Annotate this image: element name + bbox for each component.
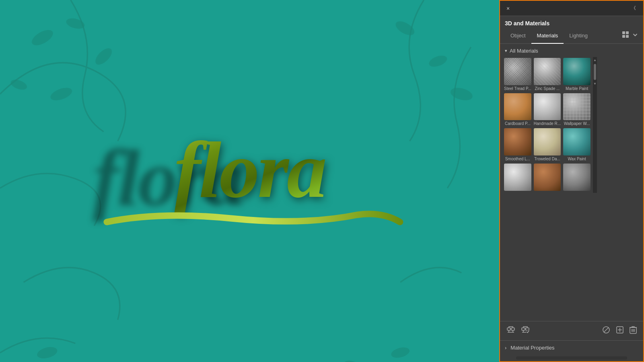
material-label-marble-paint: Marble Paint (563, 86, 591, 91)
svg-rect-16 (622, 35, 625, 38)
svg-rect-18 (507, 328, 510, 330)
panel-header: × 《 (500, 1, 643, 16)
material-item-troweled[interactable]: Troweled Da... (533, 127, 562, 162)
canvas-area: flora flora (0, 0, 499, 362)
panel-title: 3D and Materials (500, 16, 643, 29)
flora-underline (89, 208, 411, 236)
material-thumb-wallpaper (563, 93, 591, 121)
apply-material-button[interactable] (519, 325, 531, 337)
material-item-s10[interactable] (503, 163, 532, 193)
material-thumb-s10 (504, 164, 531, 191)
material-item-marble-paint[interactable]: Marble Paint (562, 57, 591, 92)
material-label-handmade: Handmade R... (534, 121, 561, 126)
material-thumb-handmade (534, 93, 561, 121)
add-material-button[interactable] (614, 325, 625, 337)
section-chevron: ▾ (505, 48, 507, 53)
material-thumb-troweled (534, 128, 561, 155)
material-item-s11[interactable] (533, 163, 562, 193)
material-label-wax: Wax Paint (563, 157, 591, 161)
svg-line-24 (604, 327, 609, 332)
material-item-smoothed[interactable]: Smoothed L... (503, 127, 532, 162)
material-properties-chevron: › (505, 345, 506, 351)
tab-object[interactable]: Object (505, 31, 531, 40)
3d-materials-panel: × 《 3D and Materials Object Materials Li… (499, 0, 644, 362)
panel-close-button[interactable]: × (505, 4, 511, 12)
material-item-steel-tread[interactable]: Steel Tread P... (503, 57, 532, 92)
dropdown-icon[interactable] (632, 31, 638, 40)
tab-materials[interactable]: Materials (531, 31, 564, 40)
material-label-troweled: Troweled Da... (534, 157, 561, 161)
material-properties-section[interactable]: › Material Properties (500, 340, 643, 355)
material-label-smoothed: Smoothed L... (504, 157, 531, 161)
reset-material-button[interactable] (601, 325, 612, 337)
panel-bottom-scrollbar[interactable] (516, 356, 627, 360)
scroll-down-button[interactable]: ▼ (593, 81, 597, 87)
material-thumb-zinc-spade (534, 58, 561, 85)
flora-canvas-container: flora flora (0, 0, 499, 362)
tab-lighting[interactable]: Lighting (564, 31, 593, 40)
scroll-thumb[interactable] (594, 64, 596, 80)
get-materials-button[interactable] (505, 325, 517, 337)
material-label-zinc-spade: Zinc Spade ... (534, 86, 561, 91)
svg-rect-21 (526, 328, 529, 330)
delete-material-button[interactable] (628, 325, 638, 337)
material-item-s12[interactable] (562, 163, 591, 193)
scroll-up-button[interactable]: ▲ (593, 57, 597, 63)
material-thumb-steel-tread (504, 58, 531, 85)
material-item-cardboard[interactable]: Cardboard P... (503, 92, 532, 127)
material-thumb-smoothed (504, 128, 531, 155)
material-properties-label: Material Properties (510, 345, 554, 351)
flora-3d-text: flora (89, 124, 411, 216)
material-label-wallpaper: Wallpaper W... (563, 121, 591, 126)
svg-rect-15 (626, 31, 629, 34)
material-item-wallpaper[interactable]: Wallpaper W... (562, 92, 591, 127)
panel-collapse-button[interactable]: 《 (629, 4, 638, 12)
panel-tabs: Object Materials Lighting (500, 29, 643, 44)
materials-grid-container: Steel Tread P... Zinc Spade ... Marble P… (500, 57, 643, 321)
svg-rect-20 (522, 328, 525, 330)
materials-toolbar (500, 321, 643, 340)
material-thumb-marble-paint (563, 58, 591, 85)
material-thumb-s11 (534, 164, 561, 191)
svg-rect-17 (626, 35, 629, 38)
material-label-steel-tread: Steel Tread P... (504, 86, 531, 91)
all-materials-section-header[interactable]: ▾ All Materials (500, 44, 643, 57)
svg-rect-19 (511, 328, 514, 330)
material-item-wax[interactable]: Wax Paint (562, 127, 591, 162)
all-materials-label: All Materials (510, 48, 538, 54)
material-item-handmade[interactable]: Handmade R... (533, 92, 562, 127)
material-thumb-cardboard (504, 93, 531, 121)
materials-grid: Steel Tread P... Zinc Spade ... Marble P… (503, 57, 593, 193)
material-thumb-s12 (563, 164, 591, 191)
svg-rect-14 (622, 31, 625, 34)
materials-scrollbar[interactable]: ▲ ▼ (593, 57, 597, 193)
material-thumb-wax (563, 128, 591, 155)
grid-view-icon[interactable] (621, 31, 630, 40)
material-label-cardboard: Cardboard P... (504, 121, 531, 126)
material-item-zinc-spade[interactable]: Zinc Spade ... (533, 57, 562, 92)
